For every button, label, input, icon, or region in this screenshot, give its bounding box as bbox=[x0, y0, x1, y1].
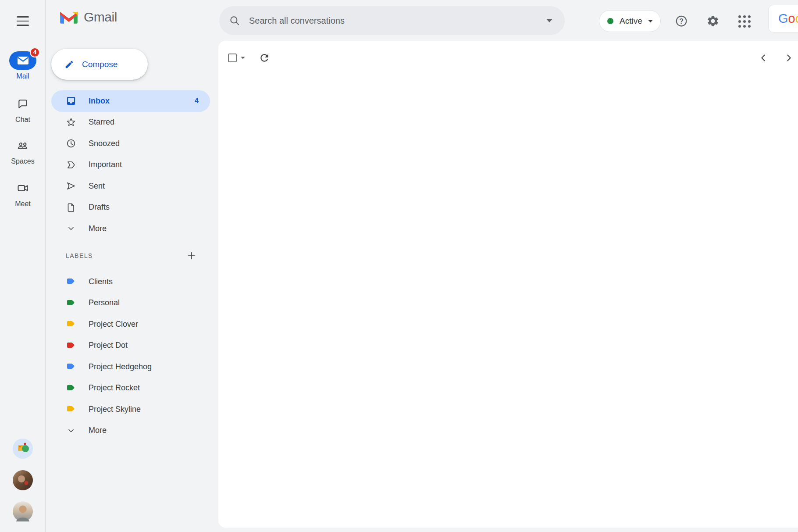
label-tag-icon bbox=[66, 404, 76, 414]
sidebar-item-label: Drafts bbox=[89, 203, 110, 212]
main-menu-icon[interactable] bbox=[17, 16, 29, 26]
labels-header-text: LABELS bbox=[66, 252, 93, 259]
sidebar-nav: Inbox 4 Starred Snoozed Important bbox=[51, 90, 210, 239]
rail-item-meet[interactable]: Meet bbox=[0, 179, 46, 208]
gmail-m-icon bbox=[59, 10, 78, 25]
gmail-logo[interactable]: Gmail bbox=[59, 10, 117, 25]
rail-label-spaces: Spaces bbox=[0, 157, 46, 165]
search-input[interactable]: Search all conversations bbox=[249, 16, 345, 26]
gmail-wordmark: Gmail bbox=[84, 10, 117, 25]
avatar-user-photo-1[interactable] bbox=[13, 470, 33, 490]
sidebar-item-sent[interactable]: Sent bbox=[51, 175, 210, 197]
label-item-project-skyline[interactable]: Project Skyline bbox=[51, 399, 210, 420]
labels-header: LABELS bbox=[66, 251, 210, 261]
label-list: Clients Personal Project Clover Project … bbox=[51, 271, 210, 441]
list-toolbar bbox=[218, 41, 798, 75]
sidebar-item-label: Inbox bbox=[89, 96, 110, 106]
envelope-icon bbox=[17, 56, 29, 65]
chevron-down-icon bbox=[67, 224, 75, 233]
label-name: Project Skyline bbox=[89, 405, 141, 414]
label-tag-icon bbox=[66, 361, 76, 372]
label-name: Project Rocket bbox=[89, 383, 140, 393]
google-letter: o bbox=[788, 11, 795, 26]
newer-page-icon[interactable] bbox=[759, 52, 768, 64]
rail-item-chat[interactable]: Chat bbox=[0, 95, 46, 124]
label-tag-icon bbox=[66, 383, 76, 393]
chevron-down-icon bbox=[648, 19, 653, 23]
label-item-clients[interactable]: Clients bbox=[51, 271, 210, 293]
settings-button[interactable] bbox=[706, 14, 720, 28]
rail-label-mail: Mail bbox=[0, 72, 46, 80]
google-account-card[interactable]: Goog bbox=[768, 5, 798, 32]
pencil-icon bbox=[64, 60, 74, 69]
avatar-illustration[interactable] bbox=[13, 439, 33, 459]
avatar-user-photo-2[interactable] bbox=[13, 501, 33, 521]
label-item-project-dot[interactable]: Project Dot bbox=[51, 335, 210, 357]
inbox-icon bbox=[66, 96, 76, 106]
label-tag-icon bbox=[66, 298, 76, 308]
compose-label: Compose bbox=[82, 60, 118, 69]
apps-grid-icon bbox=[738, 15, 752, 28]
label-name: Project Hedgehog bbox=[89, 362, 152, 371]
sidebar-item-snoozed[interactable]: Snoozed bbox=[51, 133, 210, 154]
star-icon bbox=[66, 117, 76, 128]
label-tag-icon bbox=[66, 276, 76, 287]
label-item-personal[interactable]: Personal bbox=[51, 293, 210, 314]
label-name: More bbox=[89, 426, 107, 435]
label-item-project-clover[interactable]: Project Clover bbox=[51, 314, 210, 335]
active-status-dot bbox=[607, 18, 613, 24]
google-letter: G bbox=[778, 11, 788, 26]
select-all-checkbox[interactable] bbox=[228, 54, 237, 62]
sidebar-item-label: Starred bbox=[89, 118, 114, 127]
status-selector[interactable]: Active bbox=[599, 10, 661, 32]
chevron-down-icon bbox=[67, 426, 75, 435]
gear-icon bbox=[706, 14, 720, 28]
sidebar-item-label: Snoozed bbox=[89, 139, 120, 148]
sidebar-item-inbox[interactable]: Inbox 4 bbox=[51, 90, 210, 112]
select-caret-icon[interactable] bbox=[240, 56, 246, 60]
compose-button[interactable]: Compose bbox=[51, 49, 148, 80]
google-letter: o bbox=[795, 11, 798, 26]
refresh-icon[interactable] bbox=[259, 52, 270, 64]
rail-item-mail[interactable]: 4 Mail bbox=[0, 51, 46, 80]
label-tag-icon bbox=[66, 340, 76, 351]
label-name: Personal bbox=[89, 298, 120, 307]
app-rail: 4 Mail Chat Spaces Meet bbox=[0, 0, 46, 532]
apps-button[interactable] bbox=[738, 15, 752, 29]
send-icon bbox=[66, 181, 76, 191]
svg-text:?: ? bbox=[679, 18, 684, 25]
label-name: Project Clover bbox=[89, 320, 138, 329]
meet-icon[interactable] bbox=[9, 179, 36, 197]
label-item-more[interactable]: More bbox=[51, 420, 210, 442]
label-item-project-rocket[interactable]: Project Rocket bbox=[51, 378, 210, 399]
help-icon: ? bbox=[675, 14, 688, 28]
mail-icon[interactable]: 4 bbox=[9, 51, 36, 70]
rail-label-meet: Meet bbox=[0, 200, 46, 208]
label-name: Clients bbox=[89, 277, 113, 286]
sidebar: Gmail Compose Inbox 4 Starred Snoozed bbox=[46, 0, 218, 532]
clock-icon bbox=[66, 138, 76, 149]
older-page-icon[interactable] bbox=[784, 52, 794, 64]
sidebar-item-more[interactable]: More bbox=[51, 218, 210, 239]
sidebar-item-label: More bbox=[89, 224, 107, 233]
sidebar-item-drafts[interactable]: Drafts bbox=[51, 197, 210, 218]
label-item-project-hedgehog[interactable]: Project Hedgehog bbox=[51, 356, 210, 378]
inbox-count: 4 bbox=[195, 97, 199, 105]
chat-icon[interactable] bbox=[9, 95, 36, 113]
label-tag-icon bbox=[66, 319, 76, 329]
sidebar-item-label: Important bbox=[89, 160, 122, 169]
search-icon bbox=[229, 15, 240, 26]
search-bar[interactable]: Search all conversations bbox=[219, 6, 565, 35]
add-label-icon[interactable] bbox=[187, 251, 196, 261]
rail-item-spaces[interactable]: Spaces bbox=[0, 136, 46, 165]
sidebar-item-important[interactable]: Important bbox=[51, 154, 210, 176]
spaces-icon[interactable] bbox=[9, 136, 36, 155]
rail-label-chat: Chat bbox=[0, 116, 46, 124]
draft-icon bbox=[66, 202, 76, 213]
help-button[interactable]: ? bbox=[675, 14, 688, 28]
sidebar-item-starred[interactable]: Starred bbox=[51, 112, 210, 133]
important-icon bbox=[66, 160, 76, 170]
sidebar-item-label: Sent bbox=[89, 182, 105, 191]
search-options-caret-icon[interactable] bbox=[545, 18, 553, 23]
label-name: Project Dot bbox=[89, 341, 128, 350]
